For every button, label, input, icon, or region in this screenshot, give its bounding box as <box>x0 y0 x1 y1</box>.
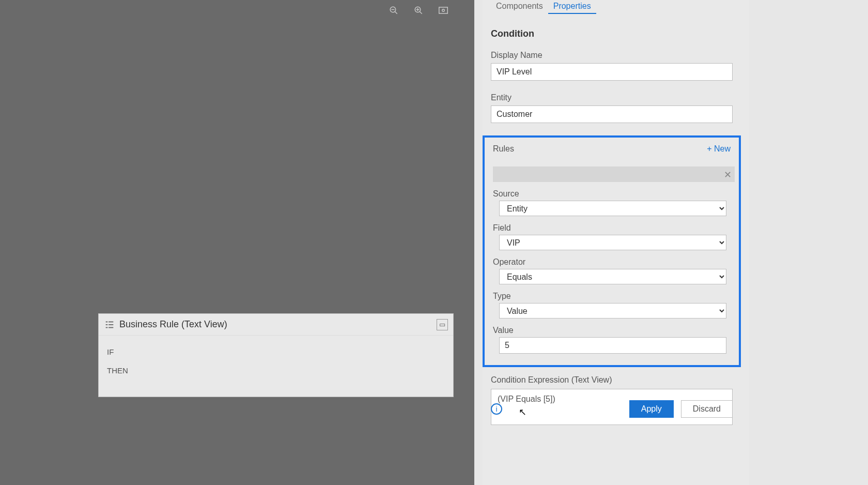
canvas-toolbar <box>381 3 474 18</box>
rule-icon <box>104 319 115 330</box>
type-label: Type <box>493 292 731 301</box>
zoom-in-button[interactable] <box>406 3 431 18</box>
info-icon[interactable]: i <box>491 403 502 415</box>
tab-components[interactable]: Components <box>491 0 548 14</box>
tab-properties[interactable]: Properties <box>548 0 596 14</box>
if-keyword: IF <box>107 343 445 361</box>
svg-point-8 <box>442 9 445 12</box>
panel-tabs: Components Properties <box>491 0 741 14</box>
source-select[interactable]: Entity <box>499 201 726 216</box>
zoom-out-icon <box>389 6 398 15</box>
type-select[interactable]: Value <box>499 303 726 319</box>
then-keyword: THEN <box>107 361 445 380</box>
mouse-cursor-icon: ↖ <box>519 406 526 418</box>
fit-icon <box>439 7 448 14</box>
section-title-condition: Condition <box>491 28 741 39</box>
field-label: Field <box>493 223 731 233</box>
close-icon: ✕ <box>724 170 732 180</box>
zoom-in-icon <box>414 6 423 15</box>
text-view-body: IF THEN <box>99 336 453 397</box>
svg-rect-7 <box>439 7 448 13</box>
apply-button[interactable]: Apply <box>629 400 674 418</box>
text-view-title: Business Rule (Text View) <box>119 319 227 330</box>
canvas[interactable]: Business Rule (Text View) ▭ IF THEN <box>0 0 474 485</box>
right-panel: Components Properties Condition Display … <box>474 0 868 485</box>
rule-card: ✕ Source Entity Field VIP Operator Equal… <box>493 158 731 354</box>
maximize-icon: ▭ <box>439 321 445 328</box>
zoom-out-button[interactable] <box>381 3 406 18</box>
field-select[interactable]: VIP <box>499 235 726 250</box>
operator-select[interactable]: Equals <box>499 269 726 284</box>
svg-line-4 <box>420 11 422 14</box>
rules-box: Rules + New ✕ Source Entity Field VIP Op… <box>483 135 741 367</box>
entity-label: Entity <box>491 93 741 102</box>
maximize-button[interactable]: ▭ <box>437 319 448 330</box>
expression-label: Condition Expression (Text View) <box>491 375 741 385</box>
operator-label: Operator <box>493 257 731 267</box>
add-rule-button[interactable]: + New <box>707 144 731 154</box>
business-rule-text-view: Business Rule (Text View) ▭ IF THEN <box>98 313 454 397</box>
discard-button[interactable]: Discard <box>681 400 733 418</box>
value-input[interactable] <box>499 337 726 354</box>
fit-to-screen-button[interactable] <box>431 3 456 18</box>
panel-footer: i Apply Discard <box>491 400 733 418</box>
text-view-header: Business Rule (Text View) ▭ <box>99 314 453 336</box>
rules-title: Rules <box>493 144 514 154</box>
display-name-input[interactable] <box>491 63 733 81</box>
source-label: Source <box>493 189 731 199</box>
rules-header: Rules + New <box>493 143 731 155</box>
display-name-label: Display Name <box>491 51 741 60</box>
svg-line-1 <box>395 11 397 14</box>
close-rule-button[interactable]: ✕ <box>724 169 732 180</box>
rule-title-strip: ✕ <box>493 166 735 182</box>
value-label: Value <box>493 326 731 335</box>
entity-input[interactable] <box>491 105 733 123</box>
